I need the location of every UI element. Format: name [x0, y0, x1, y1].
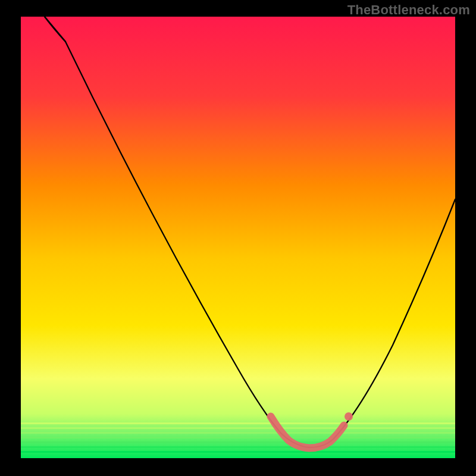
svg-rect-4 — [21, 437, 455, 439]
svg-point-8 — [345, 412, 353, 421]
bottleneck-chart — [0, 0, 476, 476]
svg-rect-2 — [21, 427, 455, 429]
svg-rect-7 — [21, 451, 455, 453]
svg-rect-5 — [21, 441, 455, 443]
watermark: TheBottleneck.com — [347, 2, 470, 18]
svg-rect-1 — [21, 422, 455, 424]
svg-rect-3 — [21, 432, 455, 434]
svg-rect-6 — [21, 446, 455, 448]
